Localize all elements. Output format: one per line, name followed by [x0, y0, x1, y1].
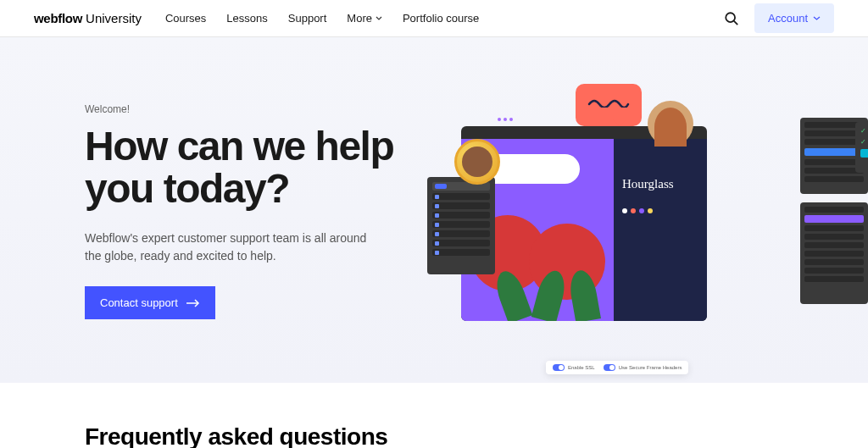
hero-title: How can we help you today?: [85, 125, 424, 211]
site-preview: Hourglass: [614, 139, 707, 321]
faq-title: Frequently asked questions: [85, 423, 783, 448]
publish-panel: yoursite.webflow.io yoursite.com: [855, 122, 868, 173]
arrow-right-icon: [186, 299, 200, 307]
speech-bubble-scribble: [576, 84, 642, 126]
toggle-switch-icon: [553, 364, 565, 371]
chevron-down-icon: [376, 16, 382, 20]
search-icon[interactable]: [724, 11, 739, 26]
preview-title: Hourglass: [622, 177, 698, 191]
faq-section: Frequently asked questions: [0, 383, 868, 448]
nav-support[interactable]: Support: [288, 12, 327, 25]
secure-headers-toggle[interactable]: Use Secure Frame Headers: [604, 364, 682, 371]
avatar: [648, 101, 693, 147]
scribble-icon: [587, 96, 630, 108]
avatar: [454, 139, 500, 185]
hero-content: Welcome! How can we help you today? Webf…: [85, 103, 424, 332]
contact-support-button[interactable]: Contact support: [85, 286, 215, 319]
hero-subtitle: Webflow's expert customer support team i…: [85, 230, 373, 266]
header-right: Account: [724, 3, 834, 33]
main-nav: Courses Lessons Support More Portfolio c…: [165, 12, 479, 25]
logo-section: University: [86, 11, 142, 25]
toggle-settings: Enable SSL Use Secure Frame Headers: [546, 361, 688, 374]
hero-section: Welcome! How can we help you today? Webf…: [0, 37, 868, 383]
window-controls-icon: [498, 118, 513, 121]
account-button[interactable]: Account: [754, 3, 834, 33]
logo[interactable]: webflow University: [34, 11, 142, 25]
settings-panel: [800, 202, 868, 304]
header: webflow University Courses Lessons Suppo…: [0, 0, 868, 37]
nav-courses[interactable]: Courses: [165, 12, 206, 25]
logo-brand: webflow: [34, 11, 82, 25]
nav-more[interactable]: More: [347, 12, 382, 25]
svg-line-1: [734, 20, 738, 25]
ssl-toggle[interactable]: Enable SSL: [553, 364, 595, 371]
chevron-down-icon: [813, 16, 821, 20]
hero-eyebrow: Welcome!: [85, 103, 424, 115]
nav-portfolio[interactable]: Portfolio course: [403, 12, 479, 25]
hero-collage: Hourglass yo: [427, 80, 851, 368]
color-swatches: [622, 208, 698, 213]
nav-lessons[interactable]: Lessons: [226, 12, 267, 25]
svg-point-0: [726, 13, 735, 22]
toggle-switch-icon: [604, 364, 615, 371]
interactions-panel: [427, 177, 495, 274]
